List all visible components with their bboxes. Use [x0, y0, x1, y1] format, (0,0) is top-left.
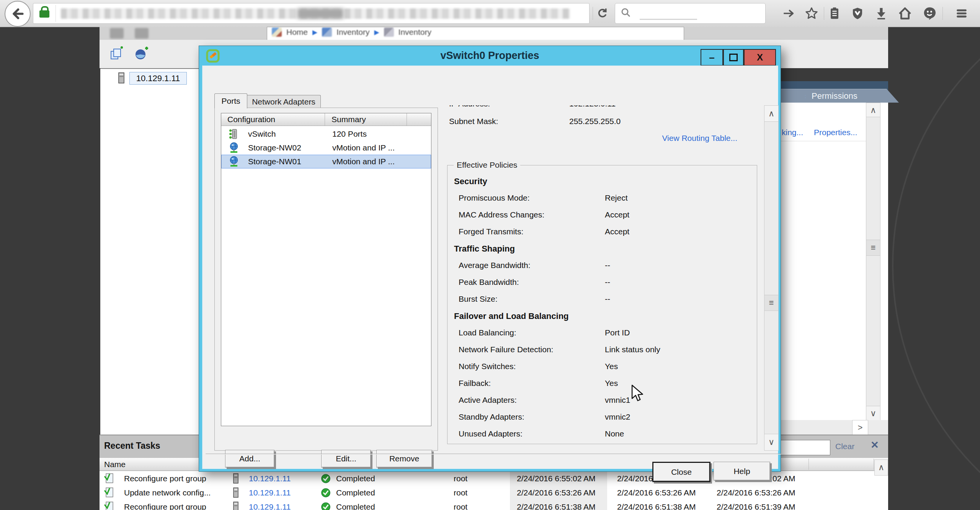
details-scroll-up-button[interactable]: ∧ — [764, 105, 779, 122]
button-label: Add... — [239, 454, 260, 463]
port-details-panel: IP Address: 192.128.0.11 Subnet Mask: 25… — [444, 105, 763, 450]
port-list-row[interactable]: vSwitch120 Ports — [221, 127, 431, 141]
downloads-button[interactable] — [873, 5, 890, 22]
policy-label: Unused Adapters: — [459, 429, 523, 438]
port-name: vSwitch — [248, 129, 276, 139]
scroll-up-button[interactable]: ∧ — [866, 103, 880, 118]
tab-network-adapters[interactable]: Network Adapters — [247, 95, 321, 108]
details-scrollbar-thumb[interactable]: ≡ — [764, 295, 779, 311]
port-summary: vMotion and IP ... — [332, 143, 395, 152]
button-label: Remove — [389, 454, 419, 463]
bookmarks-list-button[interactable] — [826, 5, 843, 22]
divider — [593, 7, 593, 20]
port-list-row[interactable]: Storage-NW01vMotion and IP ... — [221, 155, 431, 168]
add-network-button[interactable] — [133, 46, 149, 62]
policy-value: Yes — [605, 379, 618, 388]
breadcrumb-item[interactable]: Inventory — [336, 28, 369, 37]
clear-link[interactable]: Clear — [835, 442, 854, 451]
policy-item-row: Failback:Yes — [447, 375, 756, 392]
host-icon — [232, 487, 240, 500]
add-datacenter-button[interactable] — [109, 46, 125, 62]
policy-value: None — [605, 429, 624, 438]
column-header-name[interactable]: Name — [104, 460, 126, 469]
scroll-down-button[interactable]: ∨ — [866, 406, 880, 421]
help-button[interactable]: Help — [714, 462, 770, 481]
screen: Home ▶ Inventory ▶ Inventory — [0, 0, 980, 510]
tab-ports[interactable]: Ports — [214, 93, 247, 108]
shield-button[interactable] — [849, 5, 866, 22]
port-list-row[interactable]: Storage-NW02vMotion and IP ... — [221, 141, 431, 155]
policy-section-row: Security — [447, 173, 756, 190]
bookmark-star-button[interactable] — [803, 5, 820, 22]
reload-button[interactable] — [594, 5, 611, 22]
back-button[interactable] — [5, 1, 31, 27]
close-button[interactable]: Close — [652, 462, 710, 482]
add-button[interactable]: Add... — [225, 450, 274, 467]
policy-value: -- — [605, 261, 610, 270]
menu-button[interactable] — [953, 5, 970, 22]
breadcrumb-item[interactable]: Inventory — [399, 28, 431, 37]
task-name: Update network config... — [124, 488, 211, 497]
column-header-configuration[interactable]: Configuration — [227, 115, 275, 124]
scrollbar-thumb[interactable]: ≡ — [866, 240, 880, 256]
properties-link[interactable]: Properties... — [814, 128, 857, 137]
maximize-button[interactable] — [723, 49, 744, 66]
policy-item-row: MAC Address Changes:Accept — [447, 207, 756, 224]
search-input[interactable] — [615, 3, 766, 24]
task-filter-input[interactable] — [778, 440, 830, 455]
policy-item-row: Standby Adapters:vmnic2 — [447, 409, 756, 426]
status-ok-icon — [321, 474, 331, 485]
task-row[interactable]: Reconfigure port group10.129.1.11Complet… — [100, 500, 888, 510]
background-decor — [892, 0, 980, 510]
policy-label: Standby Adapters: — [459, 412, 524, 422]
policy-value: Accept — [605, 227, 629, 236]
field-value: 192.128.0.11 — [569, 105, 616, 108]
details-scroll-down-button[interactable]: ∨ — [764, 434, 779, 451]
download-icon — [875, 7, 888, 20]
task-target-link[interactable]: 10.129.1.11 — [249, 474, 291, 483]
url-bar[interactable] — [33, 3, 590, 24]
task-target-link[interactable]: 10.129.1.11 — [249, 502, 291, 510]
go-button[interactable] — [780, 5, 797, 22]
vswitch-properties-dialog: vSwitch0 Properties – X Ports Network Ad… — [199, 46, 781, 472]
tab-permissions[interactable]: Permissions — [805, 89, 899, 103]
task-row[interactable]: Update network config...10.129.1.11Compl… — [100, 486, 888, 500]
remove-button[interactable]: Remove — [376, 450, 432, 467]
button-label: Close — [671, 467, 692, 477]
policy-label: Burst Size: — [459, 294, 498, 304]
dialog-titlebar[interactable]: vSwitch0 Properties — [199, 46, 781, 65]
tree-item-host[interactable]: 10.129.1.11 — [129, 72, 187, 85]
home-crumb-icon — [272, 28, 282, 37]
policy-value: Reject — [605, 193, 628, 203]
breadcrumb-item[interactable]: Home — [286, 28, 308, 37]
policy-value: Accept — [605, 210, 629, 219]
minimize-button[interactable]: – — [701, 49, 723, 66]
home-button[interactable] — [897, 5, 913, 22]
breadcrumb-separator-icon: ▶ — [312, 28, 317, 36]
minimize-icon: – — [709, 52, 714, 64]
feedback-button[interactable] — [921, 5, 938, 22]
port-summary: 120 Ports — [332, 129, 367, 139]
close-tasks-icon[interactable]: ✕ — [871, 439, 879, 451]
add-datacenter-icon — [109, 46, 125, 62]
client-top-strip: Home ▶ Inventory ▶ Inventory — [100, 27, 888, 40]
scrollbar-track[interactable] — [866, 117, 880, 407]
policy-item-row: Unused Adapters:None — [447, 426, 756, 443]
policy-item-row: Peak Bandwidth:-- — [447, 274, 756, 291]
task-name: Reconfigure port group — [124, 502, 206, 510]
task-initiated-by: root — [454, 474, 467, 483]
view-routing-table-link[interactable]: View Routing Table... — [662, 134, 737, 143]
policy-label: Promiscuous Mode: — [459, 193, 530, 203]
column-header-summary[interactable]: Summary — [332, 115, 366, 124]
horizontal-scroll-strip: > — [781, 420, 888, 436]
details-scrollbar-track[interactable] — [764, 121, 779, 435]
task-target-link[interactable]: 10.129.1.11 — [249, 488, 291, 497]
policy-label: Traffic Shaping — [454, 244, 515, 254]
policy-item-row: Active Adapters:vmnic1 — [447, 392, 756, 409]
networking-link[interactable]: king... — [782, 128, 803, 137]
policy-label: Notify Switches: — [459, 362, 516, 371]
edit-button[interactable]: Edit... — [321, 450, 371, 467]
close-window-button[interactable]: X — [744, 49, 776, 66]
scroll-right-button[interactable]: > — [852, 420, 868, 435]
port-name: Storage-NW02 — [248, 143, 301, 152]
